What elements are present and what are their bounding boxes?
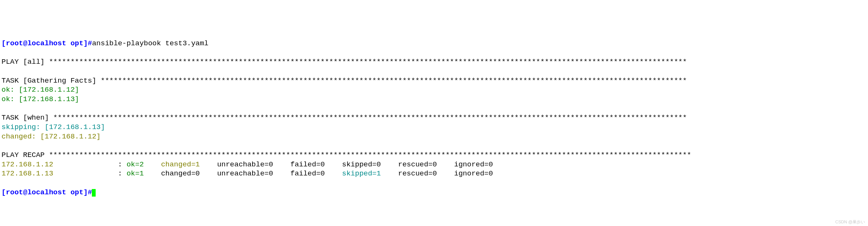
recap-host-1: 172.168.1.12 [2, 160, 118, 169]
prompt2-bracket: ]# [84, 188, 92, 197]
recap-failed-2: failed=0 [286, 169, 338, 178]
ok-host-2: ok: [172.168.1.13] [2, 95, 79, 103]
terminal-output: [root@localhost opt]#ansible-playbook te… [2, 39, 866, 197]
recap-colon-1: : [118, 160, 127, 169]
skipping-line: skipping: [172.168.1.13] [2, 123, 105, 131]
prompt-user-host: [root@localhost [2, 39, 70, 48]
play-recap-stars: ****************************************… [49, 151, 691, 159]
recap-changed-1: changed=1 [157, 160, 213, 169]
recap-ignored-2: ignored=0 [450, 169, 506, 178]
prompt-bracket: ]# [84, 39, 92, 48]
recap-host-2: 172.168.1.13 [2, 169, 118, 178]
play-recap-label: PLAY RECAP [2, 151, 49, 159]
recap-skipped-2: skipped=1 [338, 169, 394, 178]
ok-host-1: ok: [172.168.1.12] [2, 86, 79, 94]
play-header-label: PLAY [all] [2, 58, 49, 66]
cursor-icon[interactable] [92, 189, 96, 197]
recap-rescued-1: rescued=0 [394, 160, 450, 169]
task-gathering-stars: ****************************************… [101, 77, 687, 85]
play-header-stars: ****************************************… [49, 58, 687, 66]
recap-skipped-1: skipped=0 [338, 160, 394, 169]
recap-colon-2: : [118, 169, 127, 178]
prompt2-dir: opt [70, 188, 83, 197]
recap-ok-1: ok=2 [127, 160, 157, 169]
changed-line: changed: [172.168.1.12] [2, 132, 101, 141]
recap-failed-1: failed=0 [286, 160, 338, 169]
watermark-text: CSDN @果歩い [835, 219, 865, 224]
recap-unreachable-2: unreachable=0 [213, 169, 286, 178]
recap-rescued-2: rescued=0 [394, 169, 450, 178]
recap-ok-2: ok=1 [127, 169, 157, 178]
recap-unreachable-1: unreachable=0 [213, 160, 286, 169]
recap-ignored-1: ignored=0 [450, 160, 506, 169]
prompt2-user-host: [root@localhost [2, 188, 70, 197]
recap-changed-2: changed=0 [157, 169, 213, 178]
task-when-stars: ****************************************… [53, 114, 687, 122]
task-when-label: TASK [when] [2, 114, 53, 122]
prompt-dir: opt [70, 39, 83, 48]
command-text: ansible-playbook test3.yaml [92, 39, 208, 48]
task-gathering-label: TASK [Gathering Facts] [2, 77, 101, 85]
